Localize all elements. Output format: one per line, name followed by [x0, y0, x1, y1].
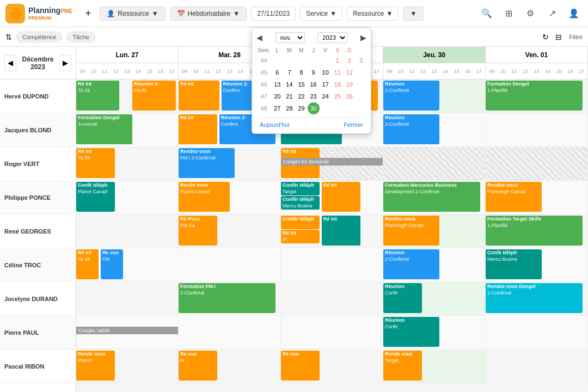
event-2-0-0[interactable]: Ré intTa Sk [76, 148, 115, 178]
popup-day-cell[interactable]: 12 [344, 66, 356, 78]
filter-label[interactable]: Filtre [569, 34, 583, 40]
popup-day-cell[interactable]: 29 [296, 102, 308, 114]
event-0-4-0[interactable]: Formation Dengel1-Planifié [486, 81, 583, 111]
popup-day-cell[interactable]: 16 [308, 78, 320, 90]
day-cell-2-3[interactable] [383, 147, 486, 180]
event-1-1-0[interactable]: Ré int [179, 114, 217, 144]
filter-button[interactable]: ▼ [403, 7, 424, 21]
share-button[interactable]: ↗ [543, 5, 561, 22]
day-cell-0-4[interactable]: Formation Dengel1-Planifié [486, 79, 588, 113]
popup-day-cell[interactable]: 30 [308, 102, 320, 114]
resource2-selector-button[interactable]: Ressource ▼ [347, 7, 399, 21]
layers-button[interactable]: ⊞ [500, 5, 517, 22]
event-1-3-0[interactable]: Réunion2-Confirmé [383, 114, 439, 144]
day-cell-6-1[interactable]: Formation FM-i2-Confirmé [179, 282, 281, 315]
day-cell-8-2[interactable]: Re vou [281, 350, 383, 383]
event-8-3-0[interactable]: Rende vousTarget [383, 351, 422, 381]
event-4-2-0[interactable]: Confér téléph [281, 216, 320, 229]
popup-day-cell[interactable]: 21 [283, 90, 295, 102]
event-8-2-0[interactable]: Re vou [281, 351, 320, 381]
event-5-0-0[interactable]: Ré intTa Sk [76, 249, 99, 279]
event-8-1-0[interactable]: Re vouM [179, 351, 217, 381]
prev-month-button[interactable]: ◀ [4, 55, 16, 71]
day-cell-4-1[interactable]: Ré RvouPla Ca [179, 215, 281, 248]
day-cell-7-1[interactable] [179, 316, 281, 349]
day-cell-1-4[interactable] [486, 113, 588, 146]
day-cell-5-4[interactable]: Confé téléphMercu Busine [486, 248, 588, 281]
day-cell-5-3[interactable]: Réunion2-Confirmé [383, 248, 486, 281]
day-cell-3-0[interactable]: Confé téléphPlanni Canad [76, 181, 179, 214]
event-1-0-0[interactable]: Formation Dengel3-Annulé [76, 114, 132, 144]
popup-close-button[interactable]: Fermer [341, 120, 366, 129]
popup-day-cell[interactable]: 22 [296, 90, 308, 102]
resource-name-8[interactable]: Pascal RIBON [0, 350, 76, 383]
day-cell-5-2[interactable] [281, 248, 383, 281]
event-4-3-0[interactable]: Rendez-vousPlanningP Canad [383, 216, 439, 246]
add-button[interactable]: + [81, 5, 96, 21]
resource-name-7[interactable]: Pierre PAUL [0, 316, 76, 350]
popup-month-select[interactable]: jan.fév.mar.avr. maijuinjuil.août sept.o… [275, 32, 305, 43]
popup-today-button[interactable]: Aujourd'hui [256, 120, 293, 129]
popup-day-cell[interactable]: 2 [344, 54, 356, 66]
tache-filter-tag[interactable]: Tâche [66, 32, 95, 42]
day-cell-2-0[interactable]: Ré intTa Sk [76, 147, 179, 180]
event-3-2-1[interactable]: Confér téléphMercu Busine [281, 196, 320, 210]
day-cell-7-4[interactable] [486, 316, 588, 349]
popup-day-cell[interactable]: 26 [344, 90, 356, 102]
event-3-1-0[interactable]: Rende vousPlanni Canad [179, 182, 230, 212]
popup-day-cell[interactable]: 11 [332, 66, 344, 78]
resource-name-4[interactable]: René GEORGES [0, 215, 76, 248]
day-cell-8-3[interactable]: Rende vousTarget [383, 350, 486, 383]
popup-day-cell[interactable]: 1 [332, 54, 344, 66]
event-5-4-0[interactable]: Confé téléphMercu Busine [486, 249, 542, 279]
event-6-3-0[interactable]: RéunionConfir [383, 283, 422, 313]
day-cell-1-0[interactable]: Formation Dengel3-Annulé [76, 113, 179, 146]
day-cell-8-0[interactable]: Rende vousPlanni [76, 350, 179, 383]
event-2-1-0[interactable]: Rendez-vousFM-i 2-Confirmé [179, 148, 235, 178]
settings-button[interactable]: ⚙ [522, 5, 539, 22]
popup-day-cell[interactable]: 7 [283, 66, 295, 78]
event-6-1-0[interactable]: Formation FM-i2-Confirmé [179, 283, 275, 313]
popup-day-cell[interactable]: 14 [283, 78, 295, 90]
popup-day-cell[interactable]: 17 [320, 78, 332, 90]
day-cell-4-2[interactable]: Confér téléphRé intPlRé int [281, 215, 383, 248]
popup-day-cell[interactable]: 23 [308, 90, 320, 102]
refresh-icon[interactable]: ↻ [542, 33, 549, 41]
event-0-0-0[interactable]: Ré intTa Sk [76, 81, 119, 111]
day-cell-1-3[interactable]: Réunion2-Confirmé [383, 113, 486, 146]
event-5-3-0[interactable]: Réunion2-Confirmé [383, 249, 439, 279]
weekly-nav-button[interactable]: 📅 Hebdomadaire ▼ [170, 7, 247, 21]
day-cell-5-0[interactable]: Ré intTa SkRe vouFM [76, 248, 179, 281]
popup-day-cell[interactable]: 13 [271, 78, 283, 90]
popup-next-button[interactable]: ▶ [360, 33, 366, 42]
popup-year-select[interactable]: 202220232024 [317, 32, 347, 43]
event-0-1-0[interactable]: Ré int [179, 81, 219, 111]
day-cell-7-3[interactable]: RéunionConfir [383, 316, 486, 349]
event-0-0-1[interactable]: Réunion 2-Confir [132, 81, 176, 111]
day-cell-8-4[interactable] [486, 350, 588, 383]
popup-day-cell[interactable]: 18 [332, 78, 344, 90]
popup-day-cell[interactable]: 10 [320, 66, 332, 78]
event-8-0-0[interactable]: Rende vousPlanni [76, 351, 115, 381]
day-cell-2-1[interactable]: Rendez-vousFM-i 2-Confirmé [179, 147, 281, 180]
user-button[interactable]: 👤 [565, 5, 583, 22]
day-cell-3-2[interactable]: Confér téléphTargetConfér téléphMercu Bu… [281, 181, 383, 214]
day-cell-5-1[interactable] [179, 248, 281, 281]
event-4-2-1[interactable]: Ré intPl [281, 230, 320, 243]
day-cell-2-2[interactable]: Congés En demandeRé int [281, 147, 383, 180]
resource-name-2[interactable]: Roger VERT [0, 147, 76, 181]
event-4-4-0[interactable]: Formation Target Skills1-Planifié [486, 216, 583, 246]
resource-nav-button[interactable]: 👤 Ressource ▼ [100, 7, 165, 21]
event-3-2-0[interactable]: Confér téléphTarget [281, 182, 320, 195]
day-cell-4-4[interactable]: Formation Target Skills1-Planifié [486, 215, 588, 248]
event-0-3-0[interactable]: Réunion2-Confirmé [383, 81, 439, 111]
date-selector-button[interactable]: 27/11/2023 [251, 7, 296, 21]
popup-day-cell[interactable]: 3 [356, 54, 366, 66]
popup-day-cell[interactable]: 6 [271, 66, 283, 78]
day-cell-3-1[interactable]: Rende vousPlanni Canad [179, 181, 281, 214]
popup-day-cell[interactable]: 25 [332, 90, 344, 102]
day-cell-3-4[interactable]: Rendez-vousPlanningP Canad [486, 181, 588, 214]
day-cell-6-0[interactable] [76, 282, 179, 315]
day-cell-3-3[interactable]: Formation Mercurius BusinessDevelopment … [383, 181, 486, 214]
popup-prev-button[interactable]: ◀ [256, 33, 262, 42]
